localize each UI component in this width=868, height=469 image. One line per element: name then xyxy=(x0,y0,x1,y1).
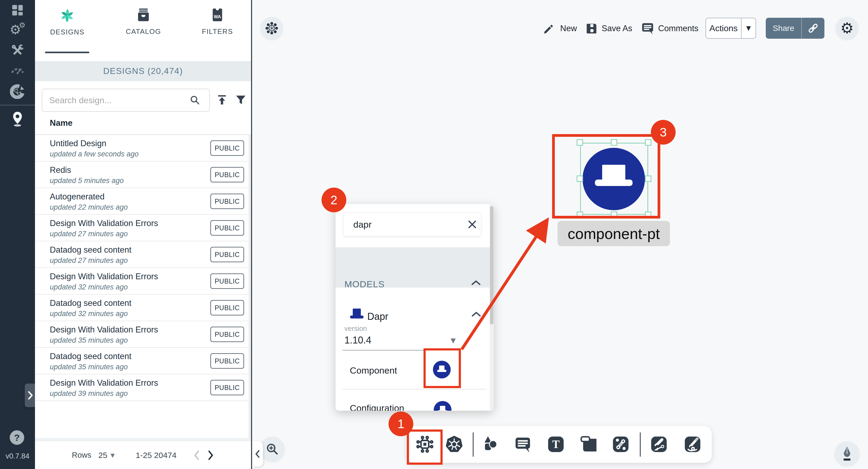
comments-button[interactable] xyxy=(641,22,654,36)
actions-caret-icon[interactable]: ▼ xyxy=(742,18,755,38)
models-section-label: MODELS xyxy=(344,279,385,290)
share-label[interactable]: Share xyxy=(766,18,801,39)
tab-catalog[interactable]: CATALOG xyxy=(118,7,169,53)
mesh-style-button[interactable] xyxy=(260,17,283,39)
node-name-label: component-pt xyxy=(558,221,670,246)
edge-link-tool[interactable] xyxy=(608,431,633,457)
performance-gauge-icon[interactable] xyxy=(0,62,35,76)
component-search-input[interactable] xyxy=(343,212,481,236)
dapr-model-name[interactable]: Dapr xyxy=(367,311,388,322)
edge-link-icon xyxy=(612,435,630,453)
modal-row-divider xyxy=(343,389,486,390)
dapr-model-icon xyxy=(348,307,366,322)
text-tool-glyph: T xyxy=(552,438,560,450)
annotation-step-3: 3 xyxy=(651,120,676,144)
design-search-input[interactable] xyxy=(42,89,210,112)
design-list-item[interactable]: Datadog seed content updated 27 minutes … xyxy=(35,241,251,268)
actions-label[interactable]: Actions xyxy=(706,18,741,38)
comments-label[interactable]: Comments xyxy=(658,24,699,33)
design-updated: updated 32 minutes ago xyxy=(50,283,128,291)
design-name: Datadog seed content xyxy=(50,245,131,255)
panel-footer-band xyxy=(35,438,251,441)
panel-collapse-handle[interactable] xyxy=(252,441,263,467)
visibility-badge: PUBLIC xyxy=(210,140,244,156)
tab-designs[interactable]: DESIGNS xyxy=(43,7,91,53)
tab-filters[interactable]: WA FILTERS xyxy=(193,7,242,53)
design-name: Datadog seed content xyxy=(50,298,131,308)
design-list-item[interactable]: Autogenerated updated 22 minutes ago PUB… xyxy=(35,188,251,215)
upload-design-icon[interactable] xyxy=(216,94,228,106)
explore-pin-icon[interactable] xyxy=(0,111,35,127)
actions-split-button[interactable]: Actions ▼ xyxy=(706,18,756,39)
design-name: Design With Validation Errors xyxy=(50,219,158,228)
list-scrollbar[interactable] xyxy=(249,134,251,438)
design-updated: updated 32 minutes ago xyxy=(50,310,128,318)
modal-scrollbar-thumb[interactable] xyxy=(490,206,493,325)
dapr-configuration-node-icon[interactable] xyxy=(434,401,452,411)
shapes-icon xyxy=(481,435,499,454)
rail-divider xyxy=(0,105,35,105)
clear-search-icon[interactable] xyxy=(467,219,477,230)
draw-edge-tool[interactable] xyxy=(646,431,672,457)
save-as-label[interactable]: Save As xyxy=(601,24,632,33)
wasm-filter-icon: WA xyxy=(210,7,225,23)
design-list-item[interactable]: Datadog seed content updated 32 minutes … xyxy=(35,295,251,321)
copy-link-icon[interactable] xyxy=(802,18,825,39)
design-name: Design With Validation Errors xyxy=(50,325,158,335)
modal-scrollbar[interactable] xyxy=(490,204,494,411)
version-select[interactable]: 1.10.4 xyxy=(344,335,371,346)
next-page-icon[interactable] xyxy=(207,450,214,461)
visibility-badge: PUBLIC xyxy=(210,273,244,289)
configuration-tools-icon[interactable] xyxy=(0,43,35,58)
rows-per-page-select[interactable]: 25 xyxy=(98,451,107,460)
design-updated: updated 27 minutes ago xyxy=(50,257,128,265)
active-tab-underline xyxy=(45,52,89,53)
dashboard-icon[interactable] xyxy=(0,3,35,17)
design-list-item[interactable]: Redis updated 5 minutes ago PUBLIC xyxy=(35,162,251,188)
filter-icon[interactable] xyxy=(235,94,247,106)
version-caret-icon[interactable]: ▼ xyxy=(451,337,456,344)
configuration-item-label[interactable]: Configuration xyxy=(350,403,404,411)
text-tool[interactable]: T xyxy=(543,431,569,457)
toolbar-divider xyxy=(640,432,641,457)
help-button[interactable]: ? xyxy=(10,430,24,445)
shapes-tool[interactable] xyxy=(477,431,503,457)
models-section-header[interactable]: MODELS xyxy=(336,247,494,288)
design-list-item[interactable]: Design With Validation Errors updated 32… xyxy=(35,268,251,295)
new-design-button[interactable] xyxy=(543,22,555,36)
whiteboard-mode-button[interactable] xyxy=(835,441,859,466)
design-list-item[interactable]: Design With Validation Errors updated 35… xyxy=(35,321,251,348)
design-list-item[interactable]: Design With Validation Errors updated 27… xyxy=(35,215,251,241)
comment-tool[interactable] xyxy=(510,431,536,457)
extensions-meshmap-icon[interactable] xyxy=(0,84,35,99)
settings-button[interactable]: ⚙ xyxy=(836,17,858,39)
zoom-button[interactable] xyxy=(260,437,285,462)
design-list-item[interactable]: Design With Validation Errors updated 39… xyxy=(35,374,251,401)
design-updated: updated 39 minutes ago xyxy=(50,390,128,398)
share-split-button[interactable]: Share xyxy=(766,18,825,39)
design-updated: updated 22 minutes ago xyxy=(50,203,128,211)
new-design-label[interactable]: New xyxy=(560,24,577,33)
collapse-section-icon[interactable] xyxy=(471,280,480,286)
design-updated: updated 27 minutes ago xyxy=(50,230,128,238)
zoom-in-icon xyxy=(265,442,280,456)
component-item-label[interactable]: Component xyxy=(350,365,397,376)
annotation-box-step1 xyxy=(407,430,443,465)
visibility-badge: PUBLIC xyxy=(210,353,244,368)
sidebar-expand-handle[interactable] xyxy=(25,383,36,407)
search-icon[interactable] xyxy=(189,94,201,106)
freehand-draw-tool[interactable] xyxy=(680,431,706,457)
save-as-button[interactable] xyxy=(586,22,598,36)
design-list-item[interactable]: Untitled Design updated a few seconds ag… xyxy=(35,135,251,162)
visibility-badge: PUBLIC xyxy=(210,300,244,315)
prev-page-icon[interactable] xyxy=(193,450,200,461)
rows-per-page-caret-icon[interactable]: ▼ xyxy=(111,453,115,458)
visibility-badge: PUBLIC xyxy=(210,194,244,209)
design-list-item[interactable]: Datadog seed content updated 35 minutes … xyxy=(35,348,251,374)
annotation-box-step3 xyxy=(552,134,660,219)
design-updated: updated a few seconds ago xyxy=(50,150,138,158)
section-tool[interactable] xyxy=(576,431,602,457)
collapse-model-icon[interactable] xyxy=(472,311,481,317)
lifecycle-gears-icon[interactable]: ⚙⚙ xyxy=(0,23,35,36)
kubernetes-tool[interactable] xyxy=(441,431,467,457)
